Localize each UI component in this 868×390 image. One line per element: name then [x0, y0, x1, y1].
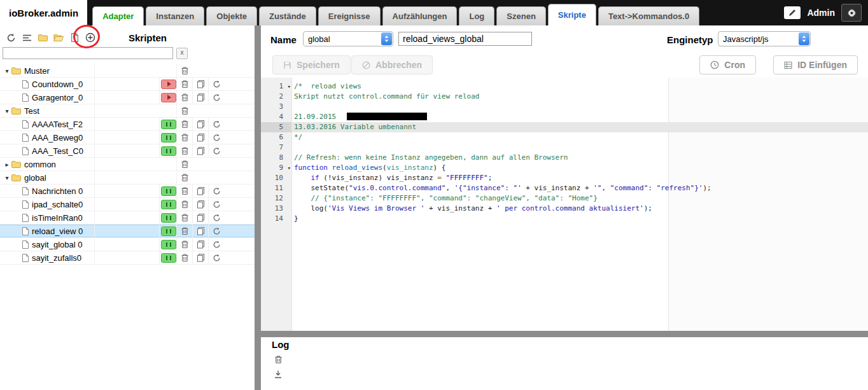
restart-script-button[interactable]	[213, 94, 221, 102]
tree-script-aaa-beweg0[interactable]: AAA_Beweg0	[0, 131, 255, 144]
code-line-11[interactable]: 11 setState("vis.0.control.command", '{"…	[261, 183, 868, 193]
copy-script-button[interactable]	[197, 253, 205, 262]
collapse-toggle-icon[interactable]: ▾	[3, 67, 11, 74]
gutter-line-number[interactable]: 2	[261, 92, 291, 102]
code-line-14[interactable]: 14}	[261, 214, 868, 224]
delete-script-button[interactable]	[181, 93, 189, 102]
tree-script-sayit-zufalls0[interactable]: sayit_zufalls0	[0, 251, 255, 265]
tab-zust-nde[interactable]: Zustände	[259, 6, 316, 25]
save-button[interactable]: Speichern	[272, 55, 351, 74]
pause-script-button[interactable]	[161, 133, 176, 143]
copy-script-button[interactable]	[197, 93, 205, 102]
settings-button[interactable]	[841, 4, 862, 22]
tree-script-aaa-test-c0[interactable]: AAA_Test_C0	[0, 144, 255, 158]
insert-id-button[interactable]: ID Einfügen	[773, 55, 858, 74]
copy-script-button[interactable]	[197, 186, 205, 195]
gutter-line-number[interactable]: 6	[261, 132, 291, 143]
code-line-6[interactable]: 6*/	[261, 132, 868, 143]
edit-mode-button[interactable]	[784, 6, 801, 19]
tab-objekte[interactable]: Objekte	[206, 6, 257, 25]
pause-script-button[interactable]	[161, 240, 176, 249]
restart-script-button[interactable]	[213, 240, 221, 249]
collapse-toggle-icon[interactable]: ▾	[3, 108, 11, 115]
folder-button[interactable]	[37, 32, 48, 43]
tree-script-istimeinran0[interactable]: isTimeInRan0	[0, 211, 255, 225]
gutter-line-number[interactable]: 1▾	[261, 81, 291, 92]
restart-script-button[interactable]	[213, 227, 221, 235]
code-line-1[interactable]: 1▾/* reload views	[261, 81, 868, 92]
code-line-5[interactable]: 513.03.2016 Variable umbenannt	[261, 122, 868, 132]
pause-script-button[interactable]	[161, 146, 176, 156]
expand-toggle-icon[interactable]: ▸	[3, 161, 11, 168]
gutter-line-number[interactable]: 9▾	[261, 163, 291, 173]
code-line-4[interactable]: 421.09.2015	[261, 112, 868, 122]
download-log-button[interactable]	[272, 368, 284, 380]
delete-folder-button[interactable]	[181, 106, 189, 115]
tree-script-nachrichten-0[interactable]: Nachrichten 0	[0, 185, 255, 198]
tree-script-garagentor-0[interactable]: Garagentor_0	[0, 91, 255, 104]
gutter-line-number[interactable]: 8	[261, 153, 291, 163]
tree-folder-muster[interactable]: ▾Muster	[0, 64, 255, 78]
restart-script-button[interactable]	[213, 214, 221, 222]
gutter-line-number[interactable]: 12	[261, 193, 291, 204]
tree-folder-common[interactable]: ▸common	[0, 158, 255, 171]
pause-script-button[interactable]	[161, 226, 176, 236]
folder-select[interactable]: global	[303, 31, 393, 46]
copy-script-button[interactable]	[197, 80, 205, 88]
copy-script-button[interactable]	[197, 146, 205, 155]
tab-szenen[interactable]: Szenen	[496, 6, 546, 25]
restart-script-button[interactable]	[213, 120, 221, 129]
restart-script-button[interactable]	[213, 187, 221, 195]
new-file-button[interactable]	[69, 32, 80, 43]
code-line-8[interactable]: 8// Refresh: wenn keine Instanz angegebe…	[261, 153, 868, 163]
gutter-line-number[interactable]: 13	[261, 204, 291, 214]
restart-script-button[interactable]	[213, 254, 221, 262]
start-script-button[interactable]	[161, 93, 176, 102]
restart-script-button[interactable]	[213, 80, 221, 88]
delete-script-button[interactable]	[181, 200, 189, 209]
gutter-line-number[interactable]: 11	[261, 183, 291, 193]
horizontal-splitter[interactable]	[261, 331, 868, 337]
delete-script-button[interactable]	[181, 226, 189, 235]
code-line-2[interactable]: 2Skript nutzt control.command für view r…	[261, 92, 868, 102]
tree-folder-test[interactable]: ▾Test	[0, 104, 255, 118]
gutter-line-number[interactable]: 14	[261, 214, 291, 224]
cancel-button[interactable]: Abbrechen	[351, 55, 433, 74]
collapse-all-button[interactable]	[21, 32, 32, 43]
fold-toggle-icon[interactable]: ▾	[288, 163, 291, 173]
pause-script-button[interactable]	[161, 200, 176, 209]
code-line-12[interactable]: 12 // {"instance": "FFFFFFFF", "command"…	[261, 193, 868, 204]
engine-select[interactable]: Javascript/js	[718, 31, 811, 46]
tab-ereignisse[interactable]: Ereignisse	[318, 6, 381, 25]
copy-script-button[interactable]	[197, 240, 205, 249]
copy-script-button[interactable]	[197, 133, 205, 142]
code-line-9[interactable]: 9▾function reload_views(vis_instanz) {	[261, 163, 868, 173]
delete-script-button[interactable]	[181, 120, 189, 129]
tab-instanzen[interactable]: Instanzen	[146, 6, 204, 25]
pause-script-button[interactable]	[161, 186, 176, 196]
pause-script-button[interactable]	[161, 120, 176, 129]
delete-script-button[interactable]	[181, 80, 189, 88]
copy-script-button[interactable]	[197, 226, 205, 235]
delete-folder-button[interactable]	[181, 173, 189, 182]
code-line-10[interactable]: 10 if (!vis_instanz) vis_instanz = "FFFF…	[261, 173, 868, 183]
code-line-3[interactable]: 3	[261, 102, 868, 112]
gutter-line-number[interactable]: 5	[261, 122, 291, 132]
tab-skripte[interactable]: Skripte	[548, 4, 596, 25]
clear-filter-button[interactable]: x	[176, 48, 188, 59]
refresh-button[interactable]	[5, 32, 17, 43]
folder-open-button[interactable]	[53, 32, 64, 43]
code-line-7[interactable]: 7	[261, 143, 868, 153]
tree-script-reload-view-0[interactable]: reload_view 0	[0, 225, 255, 238]
gutter-line-number[interactable]: 7	[261, 143, 291, 153]
pause-script-button[interactable]	[161, 213, 176, 223]
copy-script-button[interactable]	[197, 213, 205, 222]
gutter-line-number[interactable]: 3	[261, 102, 291, 112]
delete-folder-button[interactable]	[181, 160, 189, 169]
delete-script-button[interactable]	[181, 240, 189, 249]
tree-folder-global[interactable]: ▾global	[0, 171, 255, 185]
restart-script-button[interactable]	[213, 134, 221, 142]
gutter-line-number[interactable]: 10	[261, 173, 291, 183]
tree-script-countdown-0[interactable]: Countdown_0	[0, 78, 255, 91]
delete-script-button[interactable]	[181, 253, 189, 262]
